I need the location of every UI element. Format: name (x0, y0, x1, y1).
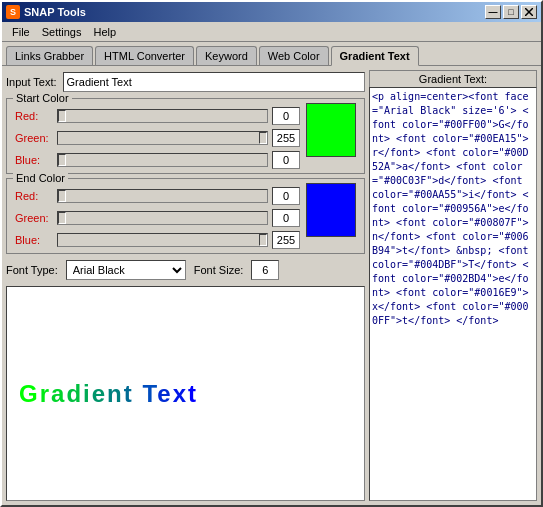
menu-help[interactable]: Help (87, 24, 122, 40)
title-bar: S SNAP Tools — □ (2, 2, 541, 22)
input-text-row: Input Text: (6, 70, 365, 94)
end-red-label: Red: (15, 190, 53, 202)
font-type-select[interactable]: Arial Black Arial Times New Roman Courie… (66, 260, 186, 280)
end-blue-row: Blue: 255 (15, 231, 300, 249)
end-color-inner: Red: 0 Green: 0 (15, 183, 356, 249)
start-blue-label: Blue: (15, 154, 53, 166)
start-green-label: Green: (15, 132, 53, 144)
start-green-row: Green: 255 (15, 129, 300, 147)
start-green-slider[interactable] (57, 131, 268, 145)
minimize-button[interactable]: — (485, 5, 501, 19)
font-row: Font Type: Arial Black Arial Times New R… (6, 258, 365, 282)
end-blue-thumb[interactable] (259, 234, 267, 246)
font-size-label: Font Size: (194, 264, 244, 276)
input-text-field[interactable] (63, 72, 365, 92)
start-red-row: Red: 0 (15, 107, 300, 125)
title-bar-left: S SNAP Tools (6, 5, 86, 19)
end-blue-label: Blue: (15, 234, 53, 246)
right-panel-title: Gradient Text: (369, 70, 537, 87)
end-red-thumb[interactable] (58, 190, 66, 202)
tab-html-converter[interactable]: HTML Converter (95, 46, 194, 65)
maximize-button[interactable]: □ (503, 5, 519, 19)
tab-keyword[interactable]: Keyword (196, 46, 257, 65)
title-buttons: — □ (485, 5, 537, 19)
start-color-legend: Start Color (13, 92, 72, 104)
tab-bar: Links Grabber HTML Converter Keyword Web… (2, 42, 541, 65)
end-blue-value: 255 (272, 231, 300, 249)
end-blue-slider[interactable] (57, 233, 268, 247)
end-green-slider[interactable] (57, 211, 268, 225)
right-text-area[interactable]: <p align=center><font face="Arial Black"… (369, 87, 537, 501)
start-blue-thumb[interactable] (58, 154, 66, 166)
end-color-legend: End Color (13, 172, 68, 184)
end-color-rows: Red: 0 Green: 0 (15, 183, 300, 249)
start-blue-row: Blue: 0 (15, 151, 300, 169)
left-panel: Input Text: Start Color Red: 0 (6, 70, 365, 501)
font-type-label: Font Type: (6, 264, 58, 276)
start-color-group: Start Color Red: 0 Green: (6, 98, 365, 174)
end-green-value: 0 (272, 209, 300, 227)
main-content: Input Text: Start Color Red: 0 (2, 65, 541, 505)
preview-area: Gradient Text (6, 286, 365, 501)
start-green-thumb[interactable] (259, 132, 267, 144)
end-color-group: End Color Red: 0 Green: (6, 178, 365, 254)
main-window: S SNAP Tools — □ File Settings Help Link… (0, 0, 543, 507)
font-size-input[interactable] (251, 260, 279, 280)
end-red-slider[interactable] (57, 189, 268, 203)
window-title: SNAP Tools (24, 6, 86, 18)
gradient-preview-text: Gradient Text (19, 380, 198, 408)
end-red-value: 0 (272, 187, 300, 205)
start-color-rows: Red: 0 Green: 255 (15, 103, 300, 169)
start-red-value: 0 (272, 107, 300, 125)
input-text-label: Input Text: (6, 76, 57, 88)
end-green-label: Green: (15, 212, 53, 224)
tab-links-grabber[interactable]: Links Grabber (6, 46, 93, 65)
start-blue-slider[interactable] (57, 153, 268, 167)
start-red-label: Red: (15, 110, 53, 122)
menu-settings[interactable]: Settings (36, 24, 88, 40)
menu-bar: File Settings Help (2, 22, 541, 42)
start-color-preview (306, 103, 356, 157)
close-button[interactable] (521, 5, 537, 19)
end-color-preview (306, 183, 356, 237)
end-red-row: Red: 0 (15, 187, 300, 205)
end-green-thumb[interactable] (58, 212, 66, 224)
tab-web-color[interactable]: Web Color (259, 46, 329, 65)
tab-gradient-text[interactable]: Gradient Text (331, 46, 419, 66)
start-red-slider[interactable] (57, 109, 268, 123)
start-green-value: 255 (272, 129, 300, 147)
app-icon: S (6, 5, 20, 19)
start-red-thumb[interactable] (58, 110, 66, 122)
start-blue-value: 0 (272, 151, 300, 169)
menu-file[interactable]: File (6, 24, 36, 40)
right-panel: Gradient Text: <p align=center><font fac… (369, 70, 537, 501)
end-green-row: Green: 0 (15, 209, 300, 227)
start-color-inner: Red: 0 Green: 255 (15, 103, 356, 169)
